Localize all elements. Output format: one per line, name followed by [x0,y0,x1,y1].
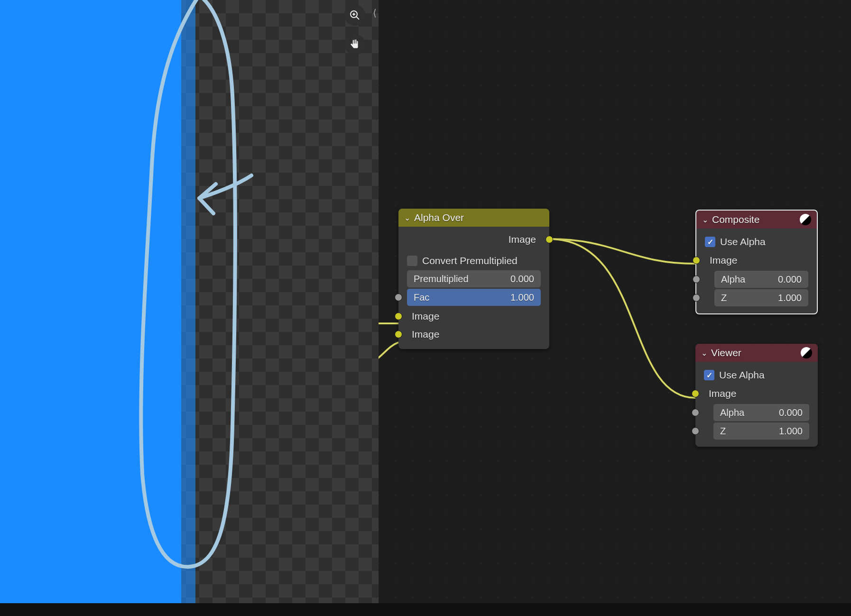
zoom-icon[interactable] [344,5,365,26]
convert-premultiplied-checkbox[interactable]: Convert Premultiplied [407,253,541,269]
checkbox-icon [407,256,417,266]
node-header[interactable]: ⌄ Composite [696,211,817,229]
input-image: Image [696,251,817,269]
preview-icon[interactable] [800,214,811,225]
node-viewer[interactable]: ⌄ Viewer Use Alpha Image Alpha 0.000 Z 1… [695,344,818,447]
socket-image-in[interactable] [692,390,699,397]
socket-image1-in[interactable] [395,313,402,320]
preview-icon[interactable] [801,347,812,359]
z-field[interactable]: Z 1.000 [713,423,809,440]
socket-z-in[interactable] [693,294,700,302]
alpha-field[interactable]: Alpha 0.000 [714,271,808,288]
use-alpha-checkbox[interactable]: Use Alpha [705,234,808,250]
input-image-2: Image [398,325,549,343]
image-viewport[interactable] [0,0,379,603]
blue-edge-strip [181,0,195,603]
svg-line-1 [356,17,359,19]
pan-hand-icon[interactable] [344,34,365,55]
checkbox-icon [705,237,715,247]
checkbox-icon [704,370,714,380]
input-image: Image [695,385,818,403]
node-title: Alpha Over [414,212,464,223]
node-title: Composite [712,214,759,225]
node-header[interactable]: ⌄ Viewer [695,344,818,362]
chevron-down-icon[interactable]: ⌄ [702,215,708,224]
node-title: Viewer [711,347,741,359]
status-bar [0,603,851,616]
socket-image-out[interactable] [546,236,553,243]
chevron-down-icon[interactable]: ⌄ [701,349,707,358]
node-header[interactable]: ⌄ Alpha Over [398,209,549,227]
input-image-1: Image [398,307,549,325]
alpha-field[interactable]: Alpha 0.000 [713,404,809,421]
z-field[interactable]: Z 1.000 [714,289,808,306]
premultiplied-field[interactable]: Premultiplied 0.000 [407,270,541,287]
use-alpha-checkbox[interactable]: Use Alpha [704,367,809,383]
socket-alpha-in[interactable] [692,409,699,416]
blue-fill [0,0,181,603]
socket-alpha-in[interactable] [693,276,700,283]
socket-image-in[interactable] [693,257,700,264]
chevron-down-icon[interactable]: ⌄ [404,213,410,222]
socket-z-in[interactable] [692,427,699,435]
fac-field[interactable]: Fac 1.000 [407,289,541,306]
socket-image2-in[interactable] [395,331,402,338]
node-alpha-over[interactable]: ⌄ Alpha Over Image Convert Premultiplied… [398,209,549,349]
node-editor[interactable]: ⌄ Alpha Over Image Convert Premultiplied… [379,0,851,603]
output-image: Image [398,230,549,248]
socket-fac-in[interactable] [395,294,402,301]
node-composite[interactable]: ⌄ Composite Use Alpha Image Alpha 0.000 … [695,210,818,314]
